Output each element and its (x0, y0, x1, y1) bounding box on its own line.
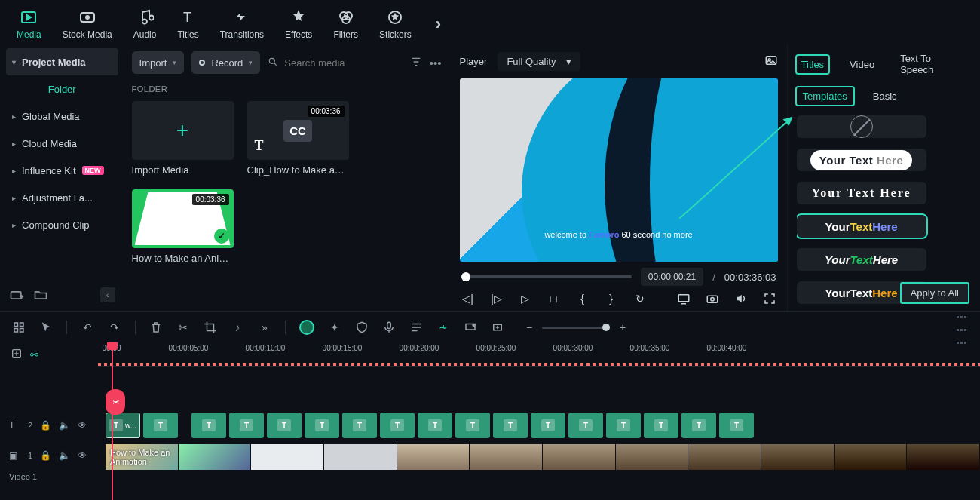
tab-media[interactable]: Media (17, 8, 41, 40)
new-folder-icon[interactable] (9, 287, 24, 302)
title-clip[interactable]: T (681, 413, 716, 438)
mute-icon[interactable]: 🔈 (59, 420, 70, 431)
title-clip[interactable]: T (305, 413, 339, 438)
player-viewport[interactable]: welcome to Famoro 60 second no more (460, 78, 778, 262)
timeline-tracks[interactable]: 00:00 00:00:05:00 00:00:10:00 00:00:15:0… (98, 342, 980, 500)
redo-icon[interactable]: ↷ (108, 321, 121, 334)
more-icon[interactable]: ••• (430, 57, 442, 69)
snapshot-icon[interactable] (764, 54, 778, 69)
record-dropdown[interactable]: Record▾ (191, 51, 260, 74)
ai-face-icon[interactable] (299, 320, 314, 335)
mic-icon[interactable] (382, 321, 396, 334)
template-multicolor[interactable]: Your Text Here (797, 215, 926, 238)
keyframe-icon[interactable] (491, 321, 504, 334)
zoom-in-icon[interactable]: + (616, 321, 629, 334)
video-clip[interactable] (179, 444, 252, 470)
import-media-tile[interactable]: + Import Media (132, 101, 234, 176)
title-clip[interactable]: T (191, 413, 226, 438)
mark-out-icon[interactable]: } (605, 293, 618, 305)
title-clip[interactable]: T (606, 413, 641, 438)
mute-icon[interactable]: 🔈 (59, 450, 70, 461)
cut-marker-icon[interactable]: ✂ (106, 389, 125, 415)
media-clip-video[interactable]: 00:03:36 ✓ How to Make an Anim... (132, 189, 234, 264)
link-icon[interactable]: ⚯ (30, 349, 38, 360)
video-clip[interactable]: How to Make an Animation (106, 444, 179, 470)
crop-icon[interactable] (204, 321, 217, 334)
zoom-out-icon[interactable]: − (522, 321, 536, 334)
play-icon[interactable]: ▷ (519, 293, 532, 305)
next-frame-icon[interactable]: |▷ (490, 293, 504, 305)
video-clip[interactable] (324, 444, 397, 470)
shield-icon[interactable] (355, 321, 369, 334)
import-dropdown[interactable]: Import▾ (132, 51, 185, 74)
video-clip[interactable] (470, 444, 543, 470)
magnet-icon[interactable]: ⩪ (436, 321, 450, 334)
title-clip[interactable]: T (342, 413, 377, 438)
visibility-icon[interactable]: 👁 (78, 450, 89, 461)
more-tools-icon[interactable]: » (258, 321, 271, 334)
track-height-icon[interactable] (957, 309, 968, 346)
inspector-tab-video[interactable]: Video (845, 56, 879, 73)
tab-audio[interactable]: Audio (133, 8, 157, 40)
timeline-ruler[interactable]: 00:00 00:00:05:00 00:00:10:00 00:00:15:0… (98, 342, 980, 367)
delete-icon[interactable] (149, 321, 163, 334)
title-clip[interactable]: T (531, 413, 565, 438)
title-clip[interactable]: T (568, 413, 603, 438)
video-clip[interactable] (907, 444, 980, 470)
loop-icon[interactable]: ↻ (633, 293, 647, 305)
list-icon[interactable] (409, 321, 423, 334)
filter-icon[interactable] (410, 56, 422, 70)
quality-select[interactable]: Full Quality▾ (498, 52, 580, 71)
video-clip[interactable] (688, 444, 761, 470)
video-clip[interactable] (761, 444, 835, 470)
template-pill[interactable]: Your Text Here (797, 149, 926, 171)
lock-icon[interactable]: 🔒 (40, 420, 51, 431)
title-clip[interactable]: T (418, 413, 452, 438)
title-track-header[interactable]: T 2 🔒 🔈 👁 (0, 410, 98, 440)
library-compound-clip[interactable]: ▸Compound Clip (6, 211, 118, 238)
video-clip[interactable] (397, 444, 470, 470)
title-clip[interactable]: T (493, 413, 528, 438)
title-track[interactable]: Tw... T T T T T T T T T T T T T (98, 410, 980, 440)
video-track[interactable]: How to Make an Animation (98, 442, 980, 472)
library-adjustment-layer[interactable]: ▸Adjustment La... (6, 184, 118, 211)
library-cloud-media[interactable]: ▸Cloud Media (6, 130, 118, 157)
inspector-sub-templates[interactable]: Templates (797, 87, 853, 105)
template-none[interactable] (797, 115, 926, 138)
tab-titles[interactable]: T Titles (177, 8, 198, 40)
prev-frame-icon[interactable]: ◁| (461, 293, 475, 305)
pointer-tool-icon[interactable] (39, 321, 53, 334)
inspector-tab-titles[interactable]: Titles (797, 56, 829, 73)
video-clip[interactable] (616, 444, 689, 470)
mark-in-icon[interactable]: { (576, 293, 590, 305)
folder-icon[interactable] (33, 287, 48, 302)
add-track-icon[interactable] (11, 348, 23, 362)
title-clip[interactable]: T (719, 413, 754, 438)
title-clip[interactable]: Tw... (106, 413, 140, 438)
lock-icon[interactable]: 🔒 (40, 450, 51, 461)
video-clip[interactable] (251, 444, 324, 470)
zoom-slider[interactable] (542, 327, 610, 329)
apply-to-all-button[interactable]: Apply to All (900, 282, 969, 304)
display-icon[interactable] (677, 292, 691, 305)
camera-icon[interactable] (706, 292, 719, 305)
title-clip[interactable]: T (143, 413, 178, 438)
title-clip[interactable]: T (229, 413, 264, 438)
tab-transitions[interactable]: Transitions (220, 8, 264, 40)
title-clip[interactable]: T (380, 413, 415, 438)
search-input[interactable] (284, 57, 367, 69)
search-media[interactable] (268, 57, 402, 69)
template-serif[interactable]: Your Text Here (797, 182, 926, 204)
stop-icon[interactable]: □ (547, 293, 561, 305)
player-scrubber[interactable] (461, 275, 632, 278)
inspector-tab-tts[interactable]: Text To Speech (896, 50, 971, 78)
tab-filters[interactable]: Filters (333, 8, 358, 40)
collapse-sidebar-icon[interactable]: ‹ (100, 287, 115, 302)
marker-icon[interactable] (464, 321, 477, 334)
title-clip[interactable]: T (644, 413, 678, 438)
volume-icon[interactable] (734, 292, 748, 305)
tab-stickers[interactable]: Stickers (379, 8, 412, 40)
library-influence-kit[interactable]: ▸Influence KitNEW (6, 157, 118, 184)
sparkle-icon[interactable]: ✦ (328, 321, 341, 334)
title-clip[interactable]: T (455, 413, 490, 438)
